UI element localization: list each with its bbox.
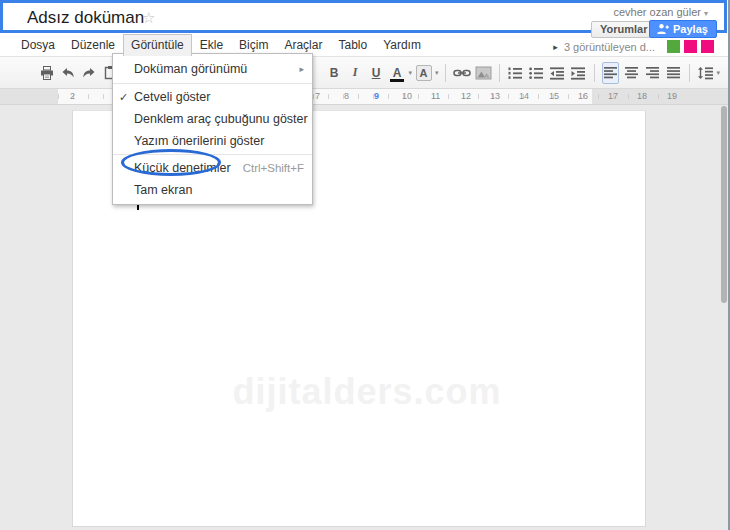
chevron-down-icon[interactable]: ▾ — [435, 69, 439, 77]
justify-button[interactable] — [665, 62, 682, 84]
watermark-text: dijitalders.com — [233, 371, 502, 413]
account-menu[interactable]: cevher ozan güler ▾ — [613, 6, 708, 18]
undo-button[interactable] — [59, 62, 76, 84]
chevron-down-icon: ▾ — [704, 9, 708, 18]
star-icon[interactable]: ☆ — [142, 9, 155, 27]
menu-item-label: Denklem araç çubuğunu göster — [134, 112, 308, 126]
share-label: Paylaş — [673, 21, 708, 37]
toolbar-separator — [594, 64, 595, 82]
menu-tablo[interactable]: Tablo — [330, 35, 375, 55]
bulleted-list-icon — [528, 66, 544, 80]
google-docs-window: Adsız doküman ☆ cevher ozan güler ▾ Yoru… — [0, 0, 730, 530]
menu-item-label: Küçük denetimler — [134, 161, 231, 175]
viewers-indicator[interactable]: ▸ 3 görüntüleyen d... — [553, 40, 714, 53]
highlight-color-button[interactable]: A — [416, 65, 432, 81]
align-right-icon — [645, 66, 660, 79]
share-button[interactable]: Paylaş — [649, 20, 717, 38]
align-left-button[interactable] — [602, 62, 619, 84]
numbered-list-button[interactable] — [507, 62, 524, 84]
ruler-number: 11 — [429, 91, 442, 101]
menu-item-yazim-onerileri[interactable]: Yazım önerilerini göster — [113, 130, 312, 152]
ruler-number: 17 — [606, 91, 620, 101]
redo-button[interactable] — [80, 62, 97, 84]
link-icon — [453, 67, 471, 79]
toolbar-separator — [689, 64, 690, 82]
ruler-number: 16 — [576, 91, 590, 101]
ruler-number: 12 — [459, 91, 473, 101]
menu-item-denklem-arac-cubugu[interactable]: Denklem araç çubuğunu göster — [113, 108, 312, 130]
account-name: cevher ozan güler — [613, 6, 700, 18]
menu-item-tam-ekran[interactable]: Tam ekran — [113, 179, 312, 201]
redo-icon — [81, 66, 97, 80]
menu-item-label: Yazım önerilerini göster — [134, 134, 264, 148]
ruler-number: 8 — [342, 91, 351, 101]
presence-square-green — [667, 40, 680, 53]
bulleted-list-button[interactable] — [528, 62, 545, 84]
menu-item-kucuk-denetimler[interactable]: Küçük denetimler Ctrl+Shift+F — [113, 157, 312, 179]
toolbar-separator — [499, 64, 500, 82]
toolbar-separator — [445, 64, 446, 82]
expand-arrow-icon: ▸ — [553, 42, 558, 52]
chevron-down-icon[interactable]: ▾ — [717, 69, 721, 77]
italic-button[interactable]: I — [347, 62, 364, 84]
menu-araclar[interactable]: Araçlar — [276, 35, 330, 55]
align-center-button[interactable] — [623, 62, 640, 84]
line-spacing-button[interactable] — [697, 62, 714, 84]
ruler-number: 14 — [517, 91, 531, 101]
menu-item-dokuman-gorunumu[interactable]: Doküman görünümü ▸ — [113, 54, 312, 81]
menu-separator — [113, 83, 312, 84]
bold-button[interactable]: B — [326, 62, 343, 84]
menu-dosya[interactable]: Dosya — [13, 35, 63, 55]
ruler-number: 2 — [68, 91, 77, 101]
menu-item-label: Tam ekran — [134, 183, 192, 197]
numbered-list-icon — [507, 66, 523, 80]
text-color-button[interactable]: A — [390, 66, 404, 80]
ruler-number: 10 — [400, 91, 414, 101]
justify-icon — [666, 66, 681, 79]
ruler-margin-marker[interactable]: 9 — [372, 91, 381, 101]
increase-indent-button[interactable] — [570, 62, 587, 84]
vertical-scrollbar[interactable] — [721, 106, 727, 303]
document-title[interactable]: Adsız doküman — [27, 8, 144, 28]
align-center-icon — [624, 66, 639, 79]
align-right-button[interactable] — [644, 62, 661, 84]
shortcut-label: Ctrl+Shift+F — [243, 157, 304, 179]
presence-square-pink-1 — [684, 40, 697, 53]
menu-yardim[interactable]: Yardım — [375, 35, 429, 55]
decrease-indent-button[interactable] — [549, 62, 566, 84]
align-left-icon — [603, 66, 618, 79]
line-spacing-icon — [697, 66, 714, 80]
ruler[interactable]: 2 7 8 9 10 11 12 13 14 15 16 17 18 19 — [0, 89, 730, 105]
undo-icon — [60, 66, 76, 80]
print-icon — [39, 65, 55, 81]
toolbar: ▾ B I U A ▾ A ▾ — [0, 56, 730, 89]
image-icon — [475, 66, 492, 80]
submenu-arrow-icon: ▸ — [299, 54, 304, 84]
ruler-number: 7 — [313, 91, 322, 101]
underline-button[interactable]: U — [368, 62, 385, 84]
menu-item-label: Cetveli göster — [134, 90, 210, 104]
check-icon: ✓ — [119, 86, 128, 108]
menu-duzenle[interactable]: Düzenle — [63, 35, 123, 55]
chevron-down-icon[interactable]: ▾ — [409, 69, 413, 77]
comments-label: Yorumlar — [600, 23, 647, 35]
insert-link-button[interactable] — [453, 62, 471, 84]
print-button[interactable] — [38, 62, 55, 84]
menu-ekle[interactable]: Ekle — [192, 35, 231, 55]
menu-goruntule[interactable]: Görüntüle — [123, 34, 192, 56]
view-menu-dropdown: Doküman görünümü ▸ ✓ Cetveli göster Denk… — [112, 53, 313, 205]
outdent-icon — [549, 66, 565, 80]
menu-separator — [113, 154, 312, 155]
ruler-number: 15 — [547, 91, 561, 101]
person-icon — [656, 23, 669, 35]
ruler-number: 19 — [665, 91, 679, 101]
document-area: dijitalders.com — [0, 105, 730, 530]
indent-icon — [570, 66, 586, 80]
menu-item-cetveli-goster[interactable]: ✓ Cetveli göster — [113, 86, 312, 108]
viewers-text: 3 görüntüleyen d... — [564, 41, 655, 53]
menu-bicim[interactable]: Biçim — [231, 35, 276, 55]
presence-square-pink-2 — [701, 40, 714, 53]
ruler-number: 18 — [635, 91, 649, 101]
insert-image-button[interactable] — [475, 62, 492, 84]
ruler-number: 13 — [488, 91, 502, 101]
